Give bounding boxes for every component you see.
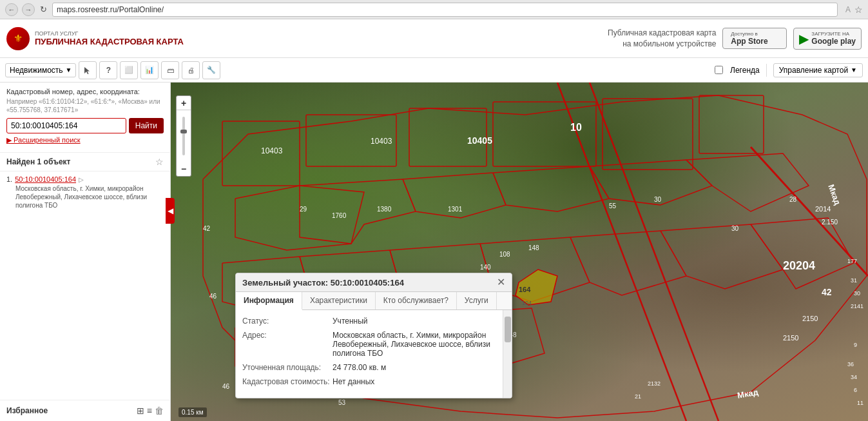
svg-text:55: 55	[609, 202, 617, 210]
svg-text:1760: 1760	[332, 212, 347, 219]
tab-characteristics[interactable]: Характеристики	[302, 292, 376, 309]
measure-tool-button[interactable]: ⬜	[120, 61, 138, 79]
svg-text:46: 46	[209, 293, 217, 300]
status-value: Учтенный	[333, 317, 505, 326]
popup-tabs: Информация Характеристики Кто обслуживае…	[236, 292, 512, 310]
logo-text: ПОРТАЛ УСЛУГ ПУБЛИЧНАЯ КАДАСТРОВАЯ КАРТА	[35, 30, 184, 46]
map-area[interactable]: 10403 10403 10405 10 164 104 29 1760 138…	[171, 83, 868, 421]
legend-checkbox[interactable]	[715, 66, 723, 74]
app-store-button[interactable]: Доступно в App Store	[722, 28, 787, 49]
bookmark-icon[interactable]: ☆	[854, 5, 863, 15]
zoom-track	[182, 117, 185, 155]
app-store-text: Доступно в App Store	[731, 31, 767, 46]
svg-text:2014: 2014	[815, 205, 831, 213]
cursor-tool-button[interactable]	[79, 61, 97, 79]
settings-tool-button[interactable]: 🔧	[202, 61, 220, 79]
refresh-button[interactable]: ↻	[40, 5, 47, 14]
svg-text:2141: 2141	[851, 303, 863, 309]
result-link[interactable]: 50:10:0010405:164	[15, 175, 76, 183]
svg-text:2150: 2150	[802, 315, 818, 322]
svg-text:Мкад: Мкад	[737, 387, 760, 400]
svg-text:10403: 10403	[371, 137, 392, 146]
favorites-delete-icon[interactable]: 🗑	[155, 406, 164, 416]
svg-text:42: 42	[203, 225, 211, 232]
svg-text:2132: 2132	[648, 380, 661, 387]
app-body: Кадастровый номер, адрес, координата: На…	[0, 83, 868, 421]
search-hint: Например «61:6:10104:12», «61:6:*», «Мос…	[6, 97, 164, 114]
url-bar[interactable]	[52, 3, 838, 17]
favorites-label: Избранное	[6, 406, 48, 415]
chart-tool-button[interactable]: 📊	[140, 61, 159, 79]
results-header: Найден 1 объект ☆	[0, 153, 170, 171]
tab-information[interactable]: Информация	[236, 292, 302, 310]
popup-title: Земельный участок: 50:10:0010405:164	[242, 278, 404, 288]
tab-who-serves[interactable]: Кто обслуживает?	[376, 292, 457, 309]
svg-text:2150: 2150	[783, 334, 798, 342]
zoom-slider[interactable]	[177, 110, 191, 162]
manage-map-button[interactable]: Управление картой ▼	[773, 63, 863, 77]
svg-marker-0	[84, 67, 90, 74]
land-plot-popup: Земельный участок: 50:10:0010405:164 ✕ И…	[235, 273, 512, 398]
favorites-list-icon[interactable]: ≡	[147, 406, 152, 416]
svg-text:36: 36	[847, 361, 854, 367]
google-play-button[interactable]: ▶ ЗАГРУЗИТЕ НА Google play	[793, 28, 862, 50]
favorites-add-icon[interactable]: ⊞	[137, 406, 144, 416]
print-tool-button[interactable]: 🖨	[182, 61, 200, 79]
zoom-out-button[interactable]: −	[177, 162, 191, 176]
svg-text:11: 11	[857, 400, 863, 406]
svg-text:104: 104	[522, 300, 532, 306]
favorite-star-icon[interactable]: ☆	[155, 157, 164, 167]
tab-services[interactable]: Услуги	[457, 292, 497, 309]
svg-text:2.150: 2.150	[822, 219, 838, 226]
scale-bar: 0.15 км	[178, 407, 207, 417]
result-description: Московская область, г. Химки, микрорайон…	[6, 184, 164, 210]
layers-tool-button[interactable]: 🗃	[161, 61, 179, 79]
svg-line-9	[751, 147, 868, 276]
svg-text:10403: 10403	[261, 146, 283, 155]
back-button[interactable]: ←	[5, 3, 18, 16]
search-button[interactable]: Найти	[129, 118, 164, 133]
status-label: Статус:	[242, 317, 333, 326]
manage-map-arrow-icon: ▼	[851, 66, 857, 73]
area-label: Уточненная площадь:	[242, 363, 333, 372]
popup-scrollbar[interactable]	[503, 310, 512, 398]
svg-text:20204: 20204	[783, 259, 815, 272]
zoom-in-button[interactable]: +	[177, 96, 191, 110]
sidebar-collapse-button[interactable]: ◀	[166, 198, 175, 224]
mobile-promo-text: Публичная кадастровая карта на мобильном…	[608, 28, 716, 50]
popup-body: Статус: Учтенный Адрес: Московская облас…	[236, 310, 512, 398]
svg-text:30: 30	[654, 196, 662, 203]
reader-icon[interactable]: A	[845, 5, 851, 14]
google-play-text: ЗАГРУЗИТЕ НА Google play	[811, 31, 856, 46]
svg-text:30: 30	[731, 225, 739, 232]
android-icon: ▶	[799, 31, 809, 46]
popup-row-cost: Кадастровая стоимость: Нет данных	[242, 377, 505, 386]
sidebar-search-section: Кадастровый номер, адрес, координата: На…	[0, 83, 170, 153]
zoom-controls: + −	[176, 95, 191, 177]
popup-row-area: Уточненная площадь: 24 778.00 кв. м	[242, 363, 505, 372]
results-count: Найден 1 объект	[6, 157, 71, 166]
svg-text:34: 34	[851, 374, 857, 380]
svg-text:140: 140	[480, 264, 491, 271]
svg-text:53: 53	[338, 399, 346, 406]
property-type-select[interactable]: Недвижимость ▼	[5, 63, 76, 77]
svg-text:177: 177	[847, 258, 857, 264]
svg-rect-4	[493, 102, 596, 166]
svg-text:28: 28	[789, 196, 797, 203]
cost-value: Нет данных	[333, 377, 505, 386]
info-tool-button[interactable]: ?	[99, 61, 117, 79]
svg-text:148: 148	[528, 244, 539, 251]
sidebar: Кадастровый номер, адрес, координата: На…	[0, 83, 171, 421]
list-item: 1. 50:10:0010405:164 ▷ Московская област…	[6, 175, 164, 210]
address-value: Московская область, г. Химки, микрорайон…	[333, 331, 505, 358]
svg-text:21: 21	[635, 393, 641, 400]
site-header: ⚜ ПОРТАЛ УСЛУГ ПУБЛИЧНАЯ КАДАСТРОВАЯ КАР…	[0, 19, 868, 58]
advanced-search-link[interactable]: ▶ Расширенный поиск	[6, 133, 164, 147]
popup-row-address: Адрес: Московская область, г. Химки, мик…	[242, 331, 505, 358]
search-input[interactable]	[6, 118, 126, 133]
scrollbar-thumb	[505, 317, 511, 342]
svg-text:31: 31	[851, 277, 857, 284]
popup-close-button[interactable]: ✕	[497, 277, 505, 288]
address-label: Адрес:	[242, 331, 333, 358]
forward-button[interactable]: →	[22, 3, 35, 16]
